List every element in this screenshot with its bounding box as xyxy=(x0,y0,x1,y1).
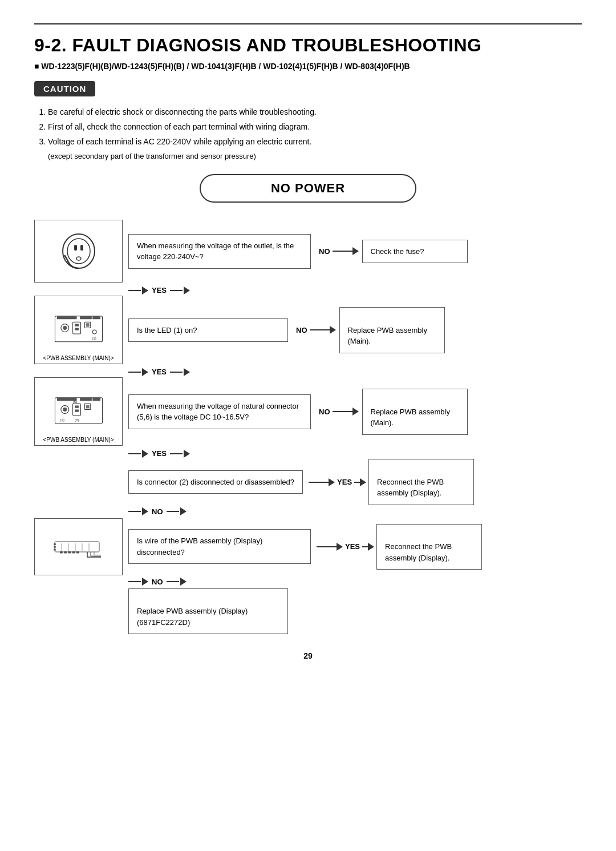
svg-rect-29 xyxy=(86,405,89,409)
pwb-board-icon-2: (2) (6) (5) xyxy=(53,392,104,431)
svg-rect-25 xyxy=(72,404,80,416)
flowchart: When measuring the voltage of the outlet… xyxy=(34,220,582,634)
block2-no-answer: Replace PWB assembly (Main). xyxy=(339,307,445,353)
block3-no-answer: Replace PWB assembly (Main). xyxy=(362,389,468,435)
svg-point-24 xyxy=(63,408,67,412)
svg-rect-27 xyxy=(75,410,79,412)
svg-rect-22 xyxy=(92,398,100,401)
caution-item-2: First of all, check the connection of ea… xyxy=(48,120,582,134)
block3-main-row: (2) (6) (5) <PWB ASSEMBLY (MAIN)> When m… xyxy=(34,377,582,446)
block4-yes-answer: Reconnect the PWB assembly (Display). xyxy=(368,459,474,505)
svg-point-4 xyxy=(76,257,81,260)
pwb-main-device-1: (1) <PWB ASSEMBLY (MAIN)> xyxy=(34,296,123,364)
block4-no-row: NO xyxy=(34,505,582,518)
svg-rect-13 xyxy=(75,324,79,326)
svg-rect-34 xyxy=(54,543,56,545)
block2-no-arrow: NO xyxy=(294,326,336,334)
svg-rect-41 xyxy=(76,551,79,554)
caution-badge: CAUTION xyxy=(34,81,95,96)
block5-yes-answer: Reconnect the PWB assembly (Display). xyxy=(376,524,482,570)
block1-yes-row: YES xyxy=(34,283,582,296)
pwb-label-1: <PWB ASSEMBLY (MAIN)> xyxy=(35,355,122,361)
svg-rect-37 xyxy=(60,551,63,554)
pwb-label-2: <PWB ASSEMBLY (MAIN)> xyxy=(35,437,122,443)
svg-rect-9 xyxy=(92,316,100,320)
block3-question: When measuring the voltage of natural co… xyxy=(128,394,311,429)
svg-rect-7 xyxy=(56,316,76,320)
block5-main-row: Is wire of the PWB assembly (Display) di… xyxy=(34,518,582,575)
subtitle: WD-1223(5)F(H)(B)/WD-1243(5)F(H)(B) / WD… xyxy=(34,62,582,71)
flow-block-3: (2) (6) (5) <PWB ASSEMBLY (MAIN)> When m… xyxy=(34,377,582,459)
block5-question: Is wire of the PWB assembly (Display) di… xyxy=(128,529,311,564)
block6-answer: Replace PWB assembly (Display) (6871FC22… xyxy=(128,588,288,635)
block2-question: Is the LED (1) on? xyxy=(128,318,288,342)
flow-block-1: When measuring the voltage of the outlet… xyxy=(34,220,582,296)
pwb-main-device-2: (2) (6) (5) <PWB ASSEMBLY (MAIN)> xyxy=(34,377,123,446)
flow-block-5: Is wire of the PWB assembly (Display) di… xyxy=(34,518,582,588)
svg-rect-16 xyxy=(86,324,89,327)
svg-rect-38 xyxy=(64,551,67,554)
page-title: 9-2. FAULT DIAGNOSIS AND TROUBLESHOOTING xyxy=(34,35,582,56)
svg-rect-40 xyxy=(72,551,75,554)
pwb-board-icon-1: (1) xyxy=(53,310,104,350)
block3-no-arrow: NO xyxy=(317,408,359,416)
display-board-device xyxy=(34,518,123,575)
caution-list: Be careful of electric shock or disconne… xyxy=(34,106,582,148)
svg-text:(2): (2) xyxy=(60,418,64,422)
block5-yes-arrow: YES xyxy=(317,542,374,551)
block2-main-row: (1) <PWB ASSEMBLY (MAIN)> Is the LED (1)… xyxy=(34,296,582,364)
flow-block-2: (1) <PWB ASSEMBLY (MAIN)> Is the LED (1)… xyxy=(34,296,582,377)
svg-point-17 xyxy=(92,330,96,334)
page-number: 29 xyxy=(34,651,582,660)
svg-rect-14 xyxy=(75,328,79,330)
svg-rect-3 xyxy=(80,245,83,251)
block4-question: Is connector (2) disconnected or disasse… xyxy=(128,470,303,494)
flow-block-4: Is connector (2) disconnected or disasse… xyxy=(34,459,582,518)
flow-block-6: Replace PWB assembly (Display) (6871FC22… xyxy=(34,588,582,635)
block1-main-row: When measuring the voltage of the outlet… xyxy=(34,220,582,283)
block1-no-answer: Check the fuse? xyxy=(362,240,468,264)
caution-item-1: Be careful of electric shock or disconne… xyxy=(48,106,582,119)
svg-rect-35 xyxy=(54,546,56,548)
svg-rect-33 xyxy=(55,542,99,552)
block5-no-row: NO xyxy=(34,575,582,588)
svg-rect-26 xyxy=(75,406,79,408)
outlet-device-box xyxy=(34,220,123,283)
svg-text:(1): (1) xyxy=(92,337,96,341)
block1-no-arrow: NO xyxy=(317,247,359,256)
svg-rect-21 xyxy=(80,398,92,401)
block6-row: Replace PWB assembly (Display) (6871FC22… xyxy=(34,588,582,635)
block4-main-row: Is connector (2) disconnected or disasse… xyxy=(34,459,582,505)
no-power-banner: NO POWER xyxy=(200,174,416,203)
svg-rect-12 xyxy=(72,322,80,334)
caution-item-3: Voltage of each terminal is AC 220-240V … xyxy=(48,135,582,149)
svg-rect-8 xyxy=(80,316,92,320)
svg-rect-2 xyxy=(74,245,77,251)
block6-spacer xyxy=(34,588,128,635)
block4-yes-arrow: YES xyxy=(309,478,366,486)
top-rule xyxy=(34,23,582,25)
block2-yes-row: YES xyxy=(34,364,582,377)
outlet-icon xyxy=(53,231,104,271)
svg-rect-36 xyxy=(54,548,56,550)
display-board-icon xyxy=(53,527,104,567)
block1-question: When measuring the voltage of the outlet… xyxy=(128,234,311,269)
svg-text:(6): (6) xyxy=(75,418,79,422)
svg-rect-39 xyxy=(68,551,71,554)
indent-note: (except secondary part of the transforme… xyxy=(34,152,582,160)
svg-point-11 xyxy=(63,326,67,330)
svg-text:(5): (5) xyxy=(72,400,77,404)
block3-yes-row: YES xyxy=(34,446,582,459)
